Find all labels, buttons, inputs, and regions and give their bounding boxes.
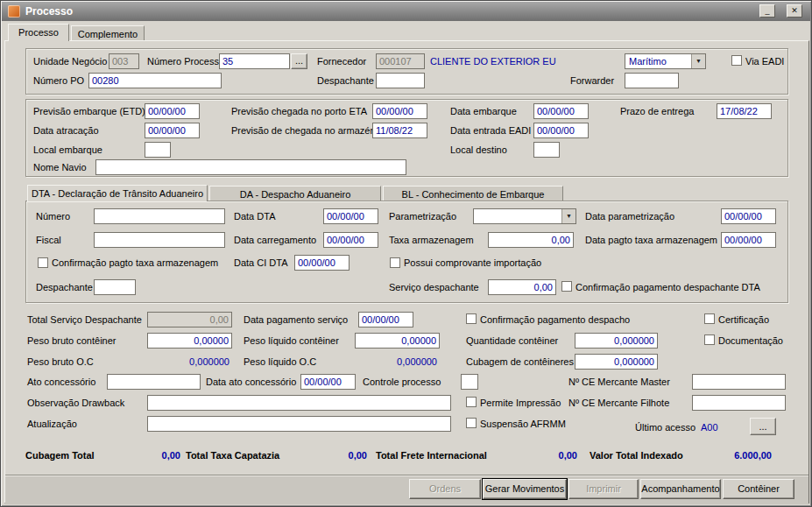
fiscal-field[interactable]: [94, 232, 225, 248]
data-ato-concessorio-field[interactable]: [300, 374, 356, 390]
modal-select[interactable]: Marítimo ▼: [625, 53, 706, 69]
permite-impressao-checkbox[interactable]: [466, 397, 477, 407]
ce-mercante-filhote-field[interactable]: [692, 395, 786, 411]
data-pagamento-servico-label: Data pagamento serviço: [244, 314, 348, 325]
acompanhamento-button[interactable]: Acompanhamento: [640, 479, 721, 499]
confirm-pag-despacho-checkbox[interactable]: [466, 313, 477, 324]
tab-complemento[interactable]: Complemento: [71, 25, 145, 40]
conteiner-button[interactable]: Contêiner: [723, 479, 794, 499]
taxa-armazenagem-label: Taxa armazenagem: [389, 235, 474, 245]
peso-bruto-conteiner-label: Peso bruto contêiner: [27, 335, 117, 346]
quantidade-conteiner-field[interactable]: [575, 333, 658, 349]
data-carregamento-field[interactable]: [323, 232, 378, 248]
previsao-chegada-armazem-field[interactable]: [372, 123, 427, 138]
previsao-embarque-field[interactable]: [145, 103, 200, 119]
peso-liquido-conteiner-field[interactable]: [355, 333, 440, 349]
tab-dta[interactable]: DTA - Declaração de Trânsito Aduaneiro: [27, 185, 208, 201]
prazo-entrega-field[interactable]: [717, 103, 772, 119]
previsao-chegada-porto-label: Previsão chegada no porto ETA: [231, 106, 367, 116]
dta-numero-field[interactable]: [94, 208, 225, 224]
data-ci-dta-field[interactable]: [294, 255, 350, 271]
fiscal-label: Fiscal: [36, 235, 61, 245]
local-destino-label: Local destino: [450, 144, 507, 155]
nome-navio-label: Nome Navio: [33, 162, 87, 173]
documentacao-checkbox[interactable]: [704, 334, 715, 345]
servico-despachante-label: Serviço despachante: [389, 282, 479, 292]
peso-bruto-oc-value: 0,000000: [147, 356, 229, 367]
local-embarque-field[interactable]: [145, 142, 171, 158]
unidade-negocio-label: Unidade Negócio: [33, 56, 107, 67]
forwarder-label: Forwarder: [570, 75, 614, 86]
observacao-drawback-label: Observação Drawback: [27, 398, 124, 408]
observacao-drawback-field[interactable]: [147, 395, 451, 411]
previsao-embarque-label: Previsão embarque (ETD): [33, 106, 145, 116]
forwarder-field[interactable]: [625, 73, 679, 88]
servico-despachante-field[interactable]: [488, 279, 556, 295]
tab-bl[interactable]: BL - Conhecimento de Embarque: [383, 186, 563, 201]
taxa-armazenagem-field[interactable]: [488, 232, 574, 248]
gerar-movimentos-button[interactable]: Gerar Movimentos: [483, 479, 567, 499]
browse-processo-button[interactable]: ...: [291, 53, 307, 69]
peso-liquido-oc-label: Peso líquido O.C: [244, 356, 316, 367]
ce-mercante-master-field[interactable]: [692, 374, 786, 390]
cubagem-total-value: 0,00: [132, 450, 180, 461]
despachante-field[interactable]: [376, 73, 425, 88]
data-carregamento-label: Data carregamento: [234, 235, 316, 245]
total-servico-label: Total Serviço Despachante: [27, 314, 142, 325]
data-atracacao-field[interactable]: [145, 123, 200, 138]
certificacao-checkbox[interactable]: [704, 313, 715, 324]
data-pagto-taxa-field[interactable]: [721, 232, 776, 248]
confirm-pagto-taxa-checkbox[interactable]: [38, 257, 48, 268]
tab-da[interactable]: DA - Despacho Aduaneiro: [209, 186, 381, 201]
tab-processo[interactable]: Processo: [8, 24, 69, 41]
via-eadi-checkbox[interactable]: [731, 55, 742, 66]
minimize-button[interactable]: _: [759, 4, 775, 18]
ato-concessorio-field[interactable]: [107, 374, 201, 390]
confirm-pag-despachante-label: Confirmação pagamento despachante DTA: [575, 282, 760, 292]
chevron-down-icon[interactable]: ▼: [691, 54, 705, 68]
peso-bruto-conteiner-field[interactable]: [147, 333, 232, 349]
dta-despachante-field[interactable]: [94, 279, 136, 295]
controle-processo-field[interactable]: [461, 374, 478, 390]
possui-comprovante-checkbox[interactable]: [390, 257, 400, 268]
total-taxa-capatazia-label: Total Taxa Capatazia: [186, 450, 279, 461]
cubagem-conteineres-label: Cubagem de contêineres: [466, 356, 574, 367]
valor-total-indexado-label: Valor Total Indexado: [590, 450, 683, 461]
data-ato-concessorio-label: Data ato concessório: [206, 377, 296, 387]
close-button[interactable]: ✕: [787, 4, 802, 18]
peso-liquido-oc-value: 0,000000: [355, 356, 437, 367]
confirm-pag-despachante-checkbox[interactable]: [561, 281, 572, 292]
ultimo-acesso-browse-button[interactable]: ...: [750, 418, 776, 435]
atualizacao-field[interactable]: [147, 416, 451, 432]
cubagem-total-label: Cubagem Total: [25, 450, 95, 461]
process-window: Processo _ ✕ Processo Complemento Unidad…: [0, 0, 812, 507]
suspensao-afrmm-checkbox[interactable]: [466, 418, 477, 428]
parametrizacao-select[interactable]: ▼: [473, 208, 576, 224]
data-dta-field[interactable]: [323, 208, 378, 224]
ce-mercante-master-label: Nº CE Mercante Master: [568, 377, 670, 387]
data-atracacao-label: Data atracação: [33, 125, 99, 136]
previsao-chegada-porto-field[interactable]: [372, 103, 427, 119]
suspensao-afrmm-label: Suspensão AFRMM: [480, 419, 566, 429]
app-icon: [8, 5, 20, 18]
data-embarque-label: Data embarque: [450, 106, 517, 116]
permite-impressao-label: Permite Impressão: [480, 398, 561, 408]
numero-po-field[interactable]: [88, 73, 222, 88]
ce-mercante-filhote-label: Nº CE Mercante Filhote: [568, 398, 669, 408]
numero-processo-label: Número Processo: [147, 56, 224, 67]
local-destino-field[interactable]: [533, 142, 560, 158]
total-frete-internacional-label: Total Frete Internacional: [376, 450, 487, 461]
chevron-down-icon[interactable]: ▼: [561, 209, 575, 223]
data-entrada-eadi-field[interactable]: [533, 123, 589, 138]
documentacao-label: Documentação: [718, 335, 783, 346]
modal-value: Marítimo: [629, 56, 667, 67]
data-pagamento-servico-field[interactable]: [358, 312, 413, 327]
data-embarque-field[interactable]: [533, 103, 589, 119]
numero-processo-field[interactable]: [219, 53, 290, 69]
data-parametrizacao-label: Data parametrização: [585, 211, 674, 222]
ordens-button: Ordens: [409, 479, 481, 499]
cubagem-conteineres-field[interactable]: [575, 354, 658, 370]
data-parametrizacao-field[interactable]: [721, 208, 776, 224]
dta-numero-label: Número: [36, 211, 70, 222]
nome-navio-field[interactable]: [95, 159, 406, 175]
